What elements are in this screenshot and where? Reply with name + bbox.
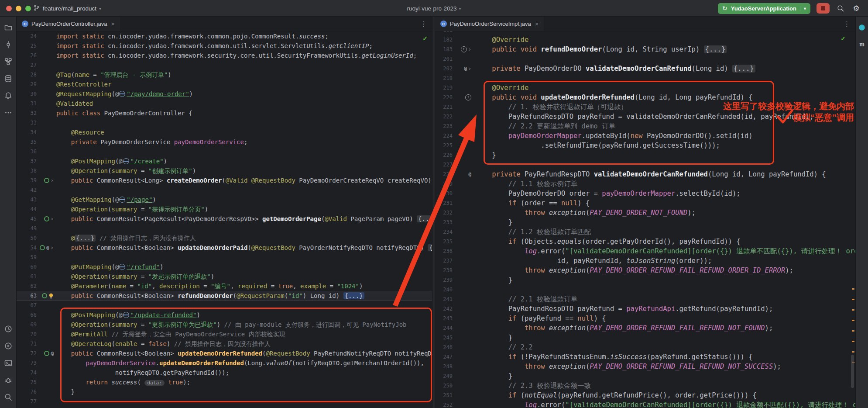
code-text[interactable]: if (order == null) { — [476, 198, 855, 208]
gutter[interactable] — [455, 391, 471, 400]
code-text[interactable]: // 2.3 校验退款金额一致 — [476, 381, 855, 391]
gutter[interactable]: ↑› — [455, 45, 471, 54]
annotation-marker-icon[interactable]: @ — [468, 169, 471, 179]
line-number[interactable]: 244 — [435, 323, 455, 333]
gutter[interactable]: › — [39, 176, 54, 185]
gutter[interactable] — [39, 224, 54, 233]
code-line[interactable]: 59 — [17, 252, 432, 262]
code-text[interactable]: return success( data: true); — [56, 377, 432, 387]
line-number[interactable]: 252 — [435, 400, 455, 408]
code-text[interactable] — [56, 301, 432, 310]
code-line[interactable]: 34 @Resource — [17, 128, 432, 137]
line-number[interactable]: 26 — [17, 51, 39, 60]
code-line[interactable]: 67 — [17, 301, 432, 310]
notifications-icon[interactable] — [3, 91, 13, 100]
line-number[interactable]: 237 — [435, 256, 455, 266]
editor-splitter[interactable] — [432, 17, 435, 408]
code-line[interactable]: 32public class PayDemoOrderController { — [17, 108, 432, 118]
gutter[interactable] — [455, 198, 471, 208]
run-configuration-button[interactable]: ↻ YudaoServerApplication ▾ — [718, 3, 810, 14]
gutter[interactable] — [39, 358, 54, 368]
gutter[interactable] — [455, 83, 471, 93]
line-number[interactable]: 236 — [435, 246, 455, 256]
code-line[interactable]: 54@› public CommonResult<Boolean> update… — [17, 243, 432, 252]
gutter[interactable] — [39, 118, 54, 128]
line-number[interactable]: 221 — [435, 102, 455, 112]
code-line[interactable]: 235 if (Objects.equals(order.getPayOrder… — [435, 237, 855, 246]
gutter[interactable] — [455, 141, 471, 150]
gutter[interactable]: @› — [39, 243, 54, 252]
right-editor-error-stripe[interactable] — [851, 31, 855, 408]
code-text[interactable]: public CommonResult<Boolean> refundDemoO… — [56, 291, 432, 301]
tab-options-menu-icon[interactable]: ⋮ — [420, 20, 427, 28]
code-line[interactable]: 24import static cn.iocoder.yudao.framewo… — [17, 31, 432, 41]
code-line[interactable]: 228@ private PayRefundRespDTO validateDe… — [435, 169, 855, 179]
gutter[interactable] — [455, 121, 471, 131]
line-number[interactable]: 28 — [17, 70, 39, 80]
line-number[interactable]: 231 — [435, 198, 455, 208]
line-number[interactable]: 202 — [435, 64, 455, 73]
code-text[interactable]: @Override — [476, 35, 855, 45]
gutter[interactable] — [39, 301, 54, 310]
gutter[interactable] — [455, 400, 471, 408]
line-number[interactable]: 42 — [17, 185, 39, 195]
gutter[interactable] — [455, 294, 471, 304]
gutter[interactable] — [39, 80, 54, 89]
code-text[interactable]: PayRefundRespDTO payRefund = validateDem… — [476, 112, 855, 121]
code-line[interactable]: 251 if (notEqual(payRefund.getRefundPric… — [435, 391, 855, 400]
line-number[interactable]: 247 — [435, 352, 455, 362]
line-number[interactable]: 218 — [435, 73, 455, 83]
code-line[interactable]: 25import static cn.iocoder.yudao.framewo… — [17, 41, 432, 51]
code-area[interactable]: 181182 @Override183↑› public void refund… — [435, 31, 855, 408]
code-line[interactable]: 27 — [17, 60, 432, 70]
line-number[interactable]: 243 — [435, 314, 455, 323]
code-text[interactable] — [56, 397, 432, 406]
stop-button[interactable] — [817, 3, 830, 14]
code-text[interactable]: @Operation(summary = "发起示例订单的退款") — [56, 272, 432, 281]
chevron-down-icon[interactable]: ▾ — [800, 6, 806, 11]
gutter[interactable] — [455, 352, 471, 362]
gutter[interactable] — [39, 156, 54, 166]
editor-right[interactable]: 181182 @Override183↑› public void refund… — [435, 31, 855, 408]
code-text[interactable]: @Resource — [56, 128, 432, 137]
gutter[interactable] — [39, 166, 54, 176]
annotation-marker-icon[interactable]: @ — [464, 64, 467, 73]
gutter[interactable] — [455, 73, 471, 83]
code-text[interactable]: @PostMapping(@"/update-refunded") — [56, 310, 432, 320]
gutter[interactable] — [39, 41, 54, 51]
code-line[interactable]: 183↑› public void refundDemoOrder(Long i… — [435, 45, 855, 54]
code-text[interactable] — [56, 118, 432, 128]
line-number[interactable]: 29 — [17, 80, 39, 89]
code-line[interactable]: 43 @GetMapping(@"/page") — [17, 195, 432, 204]
fold-chevron-icon[interactable]: › — [51, 243, 54, 252]
code-line[interactable]: 36 — [17, 147, 432, 156]
gutter[interactable] — [39, 128, 54, 137]
line-number[interactable]: 61 — [17, 272, 39, 281]
code-area[interactable]: 24import static cn.iocoder.yudao.framewo… — [17, 31, 432, 406]
code-line[interactable]: 225 .setRefundTime(payRefund.getSuccessT… — [435, 141, 855, 150]
code-line[interactable]: 38 @Operation(summary = "创建示例订单") — [17, 166, 432, 176]
code-line[interactable]: 218 — [435, 73, 855, 83]
line-number[interactable]: 246 — [435, 342, 455, 352]
gutter[interactable] — [455, 304, 471, 314]
line-number[interactable]: 239 — [435, 275, 455, 285]
code-line[interactable]: 76 } — [17, 387, 432, 397]
code-text[interactable]: if (Objects.equals(order.getPayOrderId()… — [476, 237, 855, 246]
code-line[interactable]: 70 @PermitAll // 无需登录，安全由 PayDemoOrderSe… — [17, 329, 432, 339]
gutter[interactable]: @ — [455, 169, 471, 179]
line-number[interactable]: 227 — [435, 160, 455, 169]
line-number[interactable]: 224 — [435, 131, 455, 141]
code-text[interactable]: throw exception(PAY_DEMO_ORDER_REFUND_FA… — [476, 323, 855, 333]
line-number[interactable]: 72 — [17, 349, 39, 358]
code-line[interactable]: 62 @Parameter(name = "id", description =… — [17, 281, 432, 291]
line-number[interactable]: 251 — [435, 391, 455, 400]
code-line[interactable]: 202@› private PayDemoOrderDO validateDem… — [435, 64, 855, 73]
line-number[interactable]: 30 — [17, 89, 39, 99]
line-number[interactable]: 201 — [435, 54, 455, 64]
close-tab-icon[interactable]: × — [111, 21, 114, 28]
close-window-icon[interactable] — [6, 6, 12, 11]
code-line[interactable]: 252 log.error("[validateDemoOrderCanRefu… — [435, 400, 855, 408]
gutter[interactable] — [455, 54, 471, 64]
code-text[interactable]: } — [56, 387, 432, 397]
fold-chevron-icon[interactable]: › — [51, 214, 54, 224]
